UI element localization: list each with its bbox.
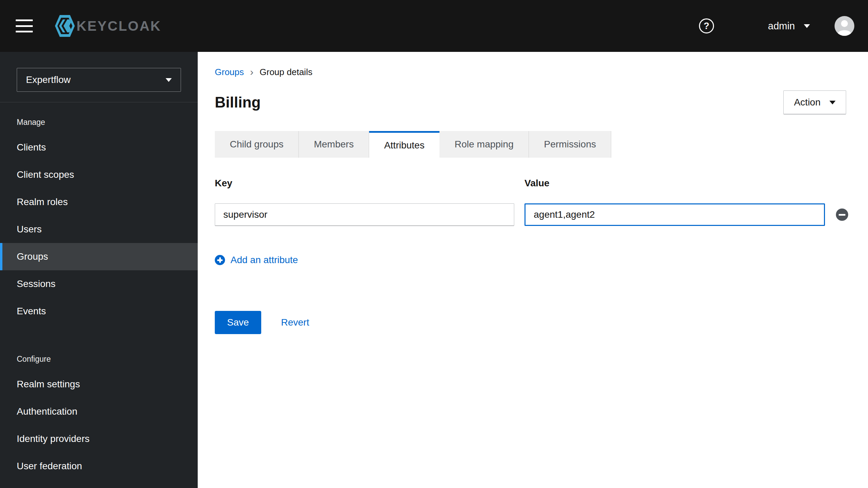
add-attribute-button[interactable]: Add an attribute xyxy=(215,255,298,265)
chevron-down-icon xyxy=(166,78,172,82)
nav-toggle-button[interactable] xyxy=(16,19,33,32)
user-menu[interactable]: admin xyxy=(768,20,810,32)
sidebar-item-identity-providers[interactable]: Identity providers xyxy=(0,425,198,453)
attribute-column-headers: Key Value xyxy=(215,177,846,189)
sidebar-item-clients[interactable]: Clients xyxy=(0,134,198,161)
attribute-row xyxy=(215,203,846,226)
tab-permissions[interactable]: Permissions xyxy=(529,131,611,158)
top-bar: KEYCLOAK ? admin xyxy=(0,0,868,52)
breadcrumb-chevron-icon: › xyxy=(250,67,253,77)
sidebar-item-sessions[interactable]: Sessions xyxy=(0,270,198,298)
keycloak-admin-console: KEYCLOAK ? admin Expertflow xyxy=(0,0,868,488)
action-dropdown-label: Action xyxy=(794,97,821,108)
breadcrumb-groups-link[interactable]: Groups xyxy=(215,67,244,77)
attributes-tab-panel: Key Value Add an attribute Save xyxy=(215,177,846,334)
sidebar: Expertflow Manage Clients Client scopes … xyxy=(0,52,198,488)
key-column-header: Key xyxy=(215,177,514,189)
topbar-right-controls: ? admin xyxy=(699,16,854,36)
sidebar-item-authentication[interactable]: Authentication xyxy=(0,398,198,425)
breadcrumb: Groups › Group details xyxy=(215,67,846,77)
action-dropdown[interactable]: Action xyxy=(783,90,846,114)
help-icon[interactable]: ? xyxy=(699,18,714,33)
plus-circle-icon xyxy=(215,255,225,265)
realm-selector[interactable]: Expertflow xyxy=(17,68,181,92)
nav-section-manage: Manage Clients Client scopes Realm roles… xyxy=(0,102,198,325)
tab-role-mapping[interactable]: Role mapping xyxy=(439,131,529,158)
keycloak-logo-icon xyxy=(55,15,75,37)
attribute-value-input[interactable] xyxy=(524,203,825,226)
keycloak-logo: KEYCLOAK xyxy=(55,15,161,37)
tab-members[interactable]: Members xyxy=(299,131,369,158)
sidebar-item-groups[interactable]: Groups xyxy=(0,243,198,270)
user-silhouette-icon xyxy=(835,16,854,36)
avatar[interactable] xyxy=(835,16,854,36)
nav-section-configure-title: Configure xyxy=(0,325,198,371)
nav-section-configure: Configure Realm settings Authentication … xyxy=(0,325,198,480)
user-menu-label: admin xyxy=(768,20,795,32)
chevron-down-icon xyxy=(804,24,810,28)
realm-selector-value: Expertflow xyxy=(26,74,71,85)
breadcrumb-current: Group details xyxy=(260,67,312,77)
nav-section-manage-title: Manage xyxy=(0,102,198,134)
keycloak-logo-text: KEYCLOAK xyxy=(76,18,161,34)
save-button[interactable]: Save xyxy=(215,311,261,334)
sidebar-item-events[interactable]: Events xyxy=(0,298,198,325)
minus-circle-icon xyxy=(836,209,848,221)
main-content: Groups › Group details Billing Action Ch… xyxy=(198,52,868,488)
sidebar-item-realm-roles[interactable]: Realm roles xyxy=(0,188,198,216)
tab-attributes[interactable]: Attributes xyxy=(369,131,439,158)
tabs: Child groups Members Attributes Role map… xyxy=(215,131,846,158)
attribute-key-input[interactable] xyxy=(215,203,514,226)
sidebar-item-realm-settings[interactable]: Realm settings xyxy=(0,371,198,398)
add-attribute-label: Add an attribute xyxy=(230,255,298,265)
tab-child-groups[interactable]: Child groups xyxy=(215,131,299,158)
hamburger-icon xyxy=(16,19,33,21)
form-actions: Save Revert xyxy=(215,311,846,334)
sidebar-item-users[interactable]: Users xyxy=(0,216,198,243)
sidebar-item-client-scopes[interactable]: Client scopes xyxy=(0,161,198,188)
chevron-down-icon xyxy=(829,101,836,104)
value-column-header: Value xyxy=(524,177,825,189)
sidebar-item-user-federation[interactable]: User federation xyxy=(0,453,198,480)
page-title: Billing xyxy=(215,94,261,111)
page-header: Billing Action xyxy=(215,90,846,114)
realm-selector-container: Expertflow xyxy=(0,52,198,102)
revert-button[interactable]: Revert xyxy=(281,317,309,328)
remove-attribute-button[interactable] xyxy=(835,209,849,221)
